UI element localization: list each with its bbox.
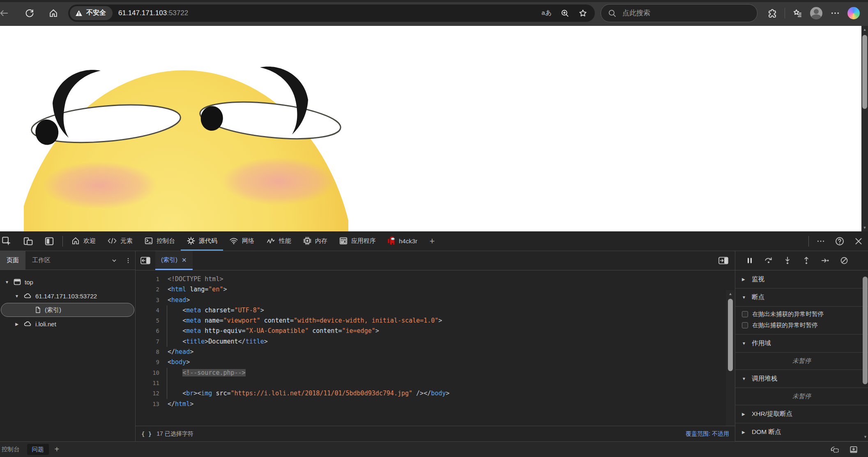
tree-item-iloli[interactable]: ▶i.loli.net <box>0 317 135 331</box>
line-number[interactable]: 1 <box>136 274 159 284</box>
collapse-arrow-icon[interactable]: ▶ <box>742 430 747 434</box>
debugger-section-watch[interactable]: ▶监视 <box>735 270 868 289</box>
expand-arrow-icon[interactable]: ▼ <box>742 295 747 300</box>
debugger-section-dom[interactable]: ▶DOM 断点 <box>735 423 868 441</box>
search-box[interactable] <box>601 4 757 22</box>
more-tabs-button[interactable]: + <box>423 231 441 251</box>
devtools-tab-welcome[interactable]: 欢迎 <box>65 231 101 251</box>
scroll-down-icon[interactable]: ▼ <box>863 435 867 439</box>
devtools-tab-performance[interactable]: 性能 <box>260 231 297 251</box>
code-line[interactable]: 10 <!--source.php--> <box>136 368 735 378</box>
line-number[interactable]: 13 <box>136 399 159 409</box>
chevron-down-icon[interactable] <box>107 257 121 264</box>
scroll-down-icon[interactable]: ▼ <box>863 224 867 231</box>
devtools-more-button[interactable] <box>811 237 830 246</box>
scrollbar-thumb[interactable] <box>862 35 867 109</box>
profile-button[interactable] <box>807 4 825 22</box>
line-number[interactable]: 5 <box>136 316 159 326</box>
line-number[interactable]: 12 <box>136 388 159 399</box>
step-button[interactable] <box>817 253 834 268</box>
code-area[interactable]: 1<!DOCTYPE html>2<html lang="en">3<head>… <box>136 270 735 426</box>
debugger-section-breakpoints[interactable]: ▼断点 <box>735 289 868 307</box>
tree-item-top[interactable]: ▼top <box>0 275 135 289</box>
debugger-section-callstack[interactable]: ▼调用堆栈 <box>735 370 868 388</box>
devtools-tab-elements[interactable]: 元素 <box>101 231 138 251</box>
devtools-tab-network[interactable]: 网络 <box>223 231 260 251</box>
page-scrollbar[interactable]: ▲ ▼ <box>861 26 868 231</box>
devtools-tab-memory[interactable]: 内存 <box>297 231 333 251</box>
sidebar-tab-page[interactable]: 页面 <box>0 251 25 270</box>
layout-panel-button[interactable] <box>39 231 60 251</box>
security-badge[interactable]: 不安全 <box>70 6 113 20</box>
drawer-tab-issues[interactable]: 问题 <box>27 444 49 455</box>
close-file-icon[interactable]: ✕ <box>182 256 187 264</box>
line-number[interactable]: 9 <box>136 357 159 367</box>
code-line[interactable]: 11 <box>136 378 735 388</box>
checkbox[interactable] <box>742 311 748 317</box>
home-button[interactable] <box>44 4 62 22</box>
checkbox[interactable] <box>742 322 748 328</box>
line-number[interactable]: 8 <box>136 347 159 357</box>
step-out-button[interactable] <box>798 253 815 268</box>
code-line[interactable]: 12 <br><img src="https://i.loli.net/2018… <box>136 388 735 399</box>
scrollbar-thumb[interactable] <box>728 299 733 371</box>
translate-button[interactable]: aあ <box>539 5 555 21</box>
inspect-element-button[interactable] <box>0 231 17 251</box>
add-drawer-tab-button[interactable]: + <box>55 445 60 454</box>
breakpoint-option-0[interactable]: 在抛出未捕获的异常时暂停 <box>735 309 868 320</box>
devtools-tab-sources[interactable]: 源代码 <box>181 231 223 251</box>
more-menu-button[interactable] <box>826 4 844 22</box>
code-line[interactable]: 2<html lang="en"> <box>136 284 735 295</box>
editor-scrollbar[interactable]: ▲ ▼ <box>726 290 735 426</box>
zoom-button[interactable] <box>557 5 573 21</box>
pause-button[interactable] <box>741 253 758 268</box>
expand-arrow-icon[interactable]: ▼ <box>4 280 10 284</box>
step-into-button[interactable] <box>779 253 796 268</box>
toggle-debugger-icon[interactable] <box>712 251 735 270</box>
devtools-help-button[interactable] <box>830 236 849 246</box>
kebab-menu-icon[interactable] <box>121 257 135 264</box>
step-over-button[interactable] <box>760 253 777 268</box>
line-number[interactable]: 2 <box>136 284 159 295</box>
tree-item-index[interactable]: (索引) <box>1 303 134 317</box>
favorite-button[interactable] <box>575 5 591 21</box>
pretty-print-icon[interactable]: { } <box>141 431 152 437</box>
copilot-icon[interactable] <box>847 7 860 19</box>
tree-item-host[interactable]: ▼61.147.171.103:53722 <box>0 289 135 303</box>
code-line[interactable]: 6 <meta http-equiv="X-UA-Compatible" con… <box>136 326 735 336</box>
debugger-section-xhr[interactable]: ▶XHR/提取断点 <box>735 405 868 423</box>
code-line[interactable]: 7 <title>Document</title> <box>136 337 735 347</box>
back-button[interactable] <box>0 4 13 22</box>
line-number[interactable]: 4 <box>136 305 159 316</box>
deactivate-breakpoints-button[interactable] <box>836 253 853 268</box>
line-number[interactable]: 7 <box>136 337 159 347</box>
collections-button[interactable] <box>788 4 806 22</box>
expand-arrow-icon[interactable]: ▼ <box>742 341 747 346</box>
code-line[interactable]: 9<body> <box>136 357 735 367</box>
address-bar[interactable]: 不安全 61.147.171.103:53722 aあ <box>68 5 595 22</box>
dock-drawer-icon[interactable] <box>844 445 863 454</box>
code-line[interactable]: 5 <meta name="viewport" content="width=d… <box>136 316 735 326</box>
code-line[interactable]: 13</html> <box>136 399 735 409</box>
device-emulation-button[interactable] <box>17 231 39 251</box>
code-line[interactable]: 3<head> <box>136 295 735 305</box>
rotate-device-icon[interactable] <box>825 445 844 454</box>
collapse-arrow-icon[interactable]: ▶ <box>742 277 747 282</box>
collapse-arrow-icon[interactable]: ▶ <box>742 412 747 416</box>
devtools-tab-h4ck3r[interactable]: h4ck3r <box>382 231 423 251</box>
editor-file-tab[interactable]: (索引) ✕ <box>155 251 193 270</box>
expand-arrow-icon[interactable]: ▼ <box>742 376 747 381</box>
line-number[interactable]: 6 <box>136 326 159 336</box>
scroll-up-icon[interactable]: ▲ <box>729 290 732 298</box>
sidebar-tab-workspace[interactable]: 工作区 <box>25 251 57 270</box>
code-line[interactable]: 1<!DOCTYPE html> <box>136 274 735 284</box>
code-line[interactable]: 8</head> <box>136 347 735 357</box>
refresh-button[interactable] <box>21 4 39 22</box>
search-input[interactable] <box>622 9 733 17</box>
collapse-arrow-icon[interactable]: ▶ <box>14 322 20 326</box>
drawer-tab-console[interactable]: 控制台 <box>0 444 25 455</box>
devtools-close-button[interactable] <box>849 236 868 246</box>
debugger-scrollbar-thumb[interactable] <box>863 277 868 384</box>
line-number[interactable]: 3 <box>136 295 159 305</box>
code-line[interactable]: 4 <meta charset="UTF-8"> <box>136 305 735 316</box>
